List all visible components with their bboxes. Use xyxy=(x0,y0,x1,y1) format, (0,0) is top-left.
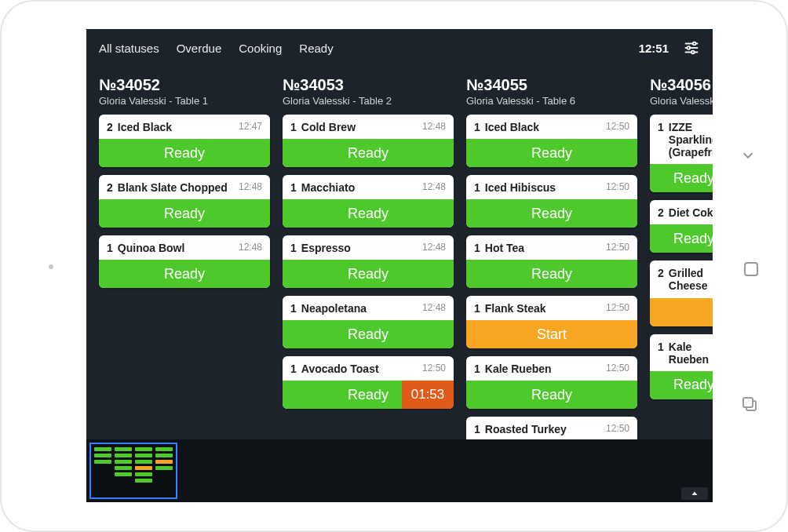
minimap-bar xyxy=(135,472,152,476)
item-top: 2Iced Black12:47 xyxy=(99,115,270,139)
ready-button[interactable]: Ready01:53 xyxy=(283,381,454,409)
item-qty: 1 xyxy=(290,121,297,133)
start-button[interactable]: Start xyxy=(466,320,637,348)
item-qty: 1 xyxy=(474,242,480,254)
item-time: 12:48 xyxy=(239,242,262,253)
item-card[interactable]: 1Iced Hibiscus12:50Ready xyxy=(466,175,637,228)
camera-dot xyxy=(49,264,53,269)
filter-all-statuses[interactable]: All statuses xyxy=(99,42,159,55)
item-card[interactable]: 2Iced Black12:47Ready xyxy=(99,115,270,167)
minimap-column xyxy=(94,447,111,494)
expand-arrow[interactable] xyxy=(681,487,708,500)
item-time: 12:50 xyxy=(422,363,446,373)
minimap-bar xyxy=(115,472,132,476)
item-name: Diet Coke xyxy=(669,206,713,219)
item-card[interactable]: 1Avocado Toast12:50Ready01:53 xyxy=(283,356,454,409)
item-top: 1Cold Brew12:48 xyxy=(283,115,454,139)
ready-button[interactable]: Ready xyxy=(466,381,637,409)
item-qty: 2 xyxy=(107,181,113,194)
item-top: 1Hot Tea12:50 xyxy=(466,235,637,260)
item-time: 12:47 xyxy=(239,121,262,132)
item-top: 1Macchiato12:48 xyxy=(283,175,454,199)
minimap-bar xyxy=(135,460,152,464)
item-time: 12:48 xyxy=(239,181,262,192)
ready-button[interactable]: Ready xyxy=(466,199,637,228)
item-card[interactable]: 2Grilled Cheese xyxy=(650,261,713,326)
item-card[interactable]: 1Iced Black12:50Ready xyxy=(466,115,637,167)
item-top: 1Neapoletana12:48 xyxy=(283,296,454,320)
ready-button[interactable]: Ready xyxy=(283,320,454,348)
item-top: 1Quinoa Bowl12:48 xyxy=(99,235,270,260)
item-card[interactable]: 1Kale Rueben12:50Ready xyxy=(466,356,637,409)
filter-cooking[interactable]: Cooking xyxy=(239,42,282,55)
item-name: Quinoa Bowl xyxy=(118,242,234,254)
ready-button[interactable]: Ready xyxy=(99,139,270,167)
ready-button[interactable]: Ready xyxy=(650,224,713,253)
home-button[interactable] xyxy=(744,262,758,276)
item-top: 1Flank Steak12:50 xyxy=(466,296,637,320)
order-subtitle: Gloria Valesski - Table 6 xyxy=(466,95,637,107)
item-name: Iced Black xyxy=(118,121,234,133)
item-card[interactable]: 1Quinoa Bowl12:48Ready xyxy=(99,235,270,288)
ready-button[interactable]: Ready xyxy=(283,199,454,228)
item-card[interactable]: 1Macchiato12:48Ready xyxy=(283,175,454,228)
minimap-bar xyxy=(115,454,132,457)
minimap-bar xyxy=(135,447,152,451)
item-card[interactable]: 2Diet CokeReady xyxy=(650,200,713,253)
item-card[interactable]: 2Blank Slate Chopped12:48Ready xyxy=(99,175,270,228)
item-card[interactable]: 1Hot Tea12:50Ready xyxy=(466,235,637,288)
minimap-column xyxy=(135,447,152,494)
item-card[interactable]: 1Cold Brew12:48Ready xyxy=(283,115,454,167)
settings-icon[interactable] xyxy=(683,39,700,56)
item-top: 2Diet Coke xyxy=(650,200,713,224)
item-name: IZZE Sparkling (Grapefruit) xyxy=(669,121,713,159)
item-top: 1Iced Black12:50 xyxy=(466,115,637,139)
order-column: №34056Gloria Valesski1IZZE Sparkling (Gr… xyxy=(650,76,713,439)
item-card[interactable]: 1Flank Steak12:50Start xyxy=(466,296,637,348)
item-card[interactable]: 1IZZE Sparkling (Grapefruit)Ready xyxy=(650,115,713,192)
collapse-button[interactable] xyxy=(738,145,758,166)
filter-overdue[interactable]: Overdue xyxy=(177,42,222,55)
item-qty: 1 xyxy=(658,341,664,353)
item-card[interactable]: 1Roasted Turkey12:50Ready xyxy=(466,417,637,439)
item-card[interactable]: 1Neapoletana12:48Ready xyxy=(283,296,454,348)
start-button[interactable] xyxy=(650,298,713,326)
order-header: №34053Gloria Valesski - Table 2 xyxy=(283,76,454,107)
order-number: №34056 xyxy=(650,76,713,94)
minimap[interactable] xyxy=(89,443,177,499)
clock: 12:51 xyxy=(639,42,669,55)
ready-button[interactable]: Ready xyxy=(283,139,454,167)
minimap-bar xyxy=(94,460,111,464)
minimap-bar xyxy=(135,479,152,483)
item-qty: 2 xyxy=(658,206,664,219)
ready-button[interactable]: Ready xyxy=(466,139,637,167)
order-header: №34056Gloria Valesski xyxy=(650,76,713,107)
minimap-bar xyxy=(135,466,152,470)
multitask-button[interactable] xyxy=(742,397,760,414)
item-card[interactable]: 1Espresso12:48Ready xyxy=(283,235,454,288)
order-subtitle: Gloria Valesski - Table 1 xyxy=(99,95,270,107)
svg-point-5 xyxy=(691,51,695,54)
timer-badge: 01:53 xyxy=(402,381,454,409)
item-name: Flank Steak xyxy=(485,302,601,315)
filter-ready[interactable]: Ready xyxy=(299,42,333,55)
item-top: 1Avocado Toast12:50 xyxy=(283,356,454,381)
item-name: Kale Rueben xyxy=(669,341,713,366)
item-top: 2Blank Slate Chopped12:48 xyxy=(99,175,270,199)
ready-button[interactable]: Ready xyxy=(99,260,270,288)
ready-button[interactable]: Ready xyxy=(99,199,270,228)
item-qty: 1 xyxy=(290,242,297,254)
item-time: 12:50 xyxy=(606,363,629,373)
orders-board[interactable]: №34052Gloria Valesski - Table 12Iced Bla… xyxy=(86,67,713,439)
item-name: Grilled Cheese xyxy=(669,267,713,292)
ready-button[interactable]: Ready xyxy=(650,371,713,399)
item-time: 12:48 xyxy=(422,121,446,132)
minimap-bar xyxy=(155,447,173,451)
ready-button[interactable]: Ready xyxy=(466,260,637,288)
item-card[interactable]: 1Kale RuebenReady xyxy=(650,334,713,399)
svg-marker-6 xyxy=(692,492,698,496)
ready-button[interactable]: Ready xyxy=(650,164,713,192)
item-top: 2Grilled Cheese xyxy=(650,261,713,297)
ready-button[interactable]: Ready xyxy=(283,260,454,288)
item-qty: 2 xyxy=(107,121,113,133)
